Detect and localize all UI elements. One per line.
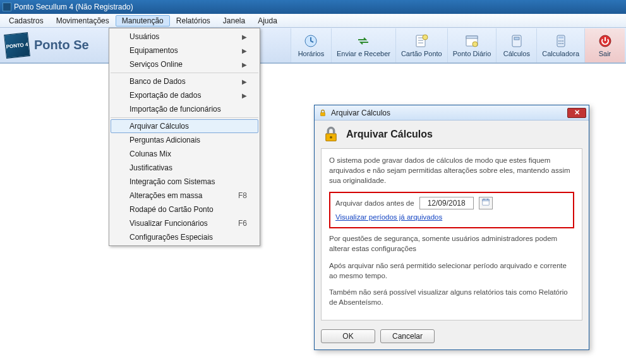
cancel-button[interactable]: Cancelar: [380, 329, 435, 343]
svg-point-2: [423, 35, 428, 40]
chevron-right-icon: ▶: [242, 47, 247, 54]
calendar-icon: [481, 197, 490, 209]
toolbar-label: Calculadora: [542, 50, 579, 57]
menu-item-perguntas-adicionais[interactable]: Perguntas Adicionais: [111, 133, 258, 147]
dialog-title-text: Arquivar Cálculos: [331, 109, 390, 117]
dialog-heading: Arquivar Cálculos: [346, 129, 433, 140]
menu-bar: Cadastros Movimentações Manutenção Relat…: [0, 14, 626, 28]
menu-ajuda[interactable]: Ajuda: [251, 15, 284, 26]
toolbar-enviar-receber[interactable]: Enviar e Receber: [331, 28, 395, 62]
toolbar-calculadora[interactable]: Calculadora: [536, 28, 584, 62]
svg-rect-21: [482, 199, 489, 201]
svg-rect-4: [466, 36, 478, 38]
toolbar-label: Horários: [298, 50, 325, 57]
menu-manutencao-dropdown: Usuários ▶ Equipamentos ▶ Serviços Onlin…: [109, 28, 260, 246]
menu-item-configuracoes-especiais[interactable]: Configurações Especiais: [111, 230, 258, 244]
menu-item-equipamentos[interactable]: Equipamentos ▶: [111, 44, 258, 57]
chevron-right-icon: ▶: [242, 78, 247, 85]
menu-item-label: Equipamentos: [129, 46, 178, 55]
toolbar-horarios[interactable]: Horários: [291, 28, 331, 62]
dialog-note-2: Após arquivar não será permitido selecio…: [329, 261, 574, 281]
menu-item-exportacao-dados[interactable]: Exportação de dados ▶: [111, 88, 258, 102]
ok-button[interactable]: OK: [321, 329, 375, 343]
menu-item-colunas-mix[interactable]: Colunas Mix: [111, 147, 258, 161]
svg-point-19: [330, 136, 332, 139]
brand-logo-icon: PONTO 4: [4, 32, 30, 59]
menu-item-label: Justificativas: [129, 163, 172, 172]
window-titlebar: Ponto Secullum 4 (Não Registrado): [0, 0, 626, 14]
menu-item-label: Visualizar Funcionários: [129, 219, 208, 228]
toolbar-label: Cálculos: [503, 50, 530, 57]
dialog-close-button[interactable]: ✕: [567, 108, 586, 118]
menu-item-alteracoes-massa[interactable]: Alterações em massa F8: [111, 189, 258, 203]
menu-item-banco-dados[interactable]: Banco de Dados ▶: [111, 74, 258, 88]
chevron-right-icon: ▶: [242, 33, 247, 40]
menu-item-usuarios[interactable]: Usuários ▶: [111, 30, 258, 44]
toolbar-cartao-ponto[interactable]: Cartão Ponto: [395, 28, 447, 62]
toolbar-label: Cartão Ponto: [401, 50, 442, 57]
svg-point-11: [560, 40, 562, 42]
svg-point-15: [562, 43, 563, 44]
date-row: Arquivar dados antes de: [335, 197, 568, 209]
toolbar-label: Ponto Diário: [453, 50, 491, 57]
date-picker-button[interactable]: [479, 197, 493, 209]
menu-item-importacao-funcionarios[interactable]: Importação de funcionários: [111, 102, 258, 116]
svg-rect-9: [558, 37, 563, 38]
svg-rect-17: [321, 112, 325, 115]
menu-item-arquivar-calculos[interactable]: Arquivar Cálculos: [111, 119, 258, 133]
menu-item-label: Integração com Sistemas: [129, 177, 215, 186]
highlight-box: Arquivar dados antes de Visualizar perío…: [329, 192, 574, 228]
svg-point-14: [560, 43, 562, 44]
menu-relatorios[interactable]: Relatórios: [170, 15, 217, 26]
menu-item-integracao-sistemas[interactable]: Integração com Sistemas: [111, 175, 258, 189]
menu-janela[interactable]: Janela: [217, 15, 251, 26]
toolbar-ponto-diario[interactable]: Ponto Diário: [447, 28, 497, 62]
menu-cadastros[interactable]: Cadastros: [3, 15, 50, 26]
toolbar-sair[interactable]: Sair: [584, 28, 625, 62]
calc-icon: [509, 33, 524, 49]
menu-item-label: Perguntas Adicionais: [129, 136, 200, 144]
menu-item-label: Alterações em massa: [129, 191, 202, 200]
menu-movimentacoes[interactable]: Movimentações: [50, 15, 116, 26]
menu-item-label: Serviços Online: [129, 60, 183, 69]
toolbar: PONTO 4 Ponto Se Horários Enviar e Receb…: [0, 28, 626, 63]
menu-item-label: Colunas Mix: [129, 150, 171, 158]
menu-item-label: Exportação de dados: [129, 91, 201, 100]
brand-text: Ponto Se: [34, 38, 89, 52]
brand-logo-text: PONTO 4: [6, 41, 28, 49]
dialog-header: Arquivar Cálculos: [315, 120, 589, 148]
dialog-titlebar[interactable]: Arquivar Cálculos ✕: [315, 105, 589, 120]
toolbar-label: Enviar e Receber: [337, 50, 390, 57]
svg-point-13: [558, 43, 560, 44]
close-icon: ✕: [574, 109, 580, 117]
toolbar-calculos[interactable]: Cálculos: [496, 28, 536, 62]
sync-icon: [356, 33, 371, 49]
dialog-button-row: OK Cancelar: [315, 326, 589, 349]
menu-item-label: Usuários: [129, 32, 159, 41]
menu-item-rodape-cartao-ponto[interactable]: Rodapé do Cartão Ponto: [111, 203, 258, 216]
power-icon: [598, 33, 613, 49]
menu-item-visualizar-funcionarios[interactable]: Visualizar Funcionários F6: [111, 216, 258, 230]
view-archived-link[interactable]: Visualizar períodos já arquivados: [335, 213, 442, 221]
dialog-note-1: Por questões de segurança, somente usuár…: [329, 233, 574, 254]
window-title: Ponto Secullum 4 (Não Registrado): [14, 3, 133, 11]
svg-rect-7: [514, 37, 519, 40]
menu-item-servicos-online[interactable]: Serviços Online ▶: [111, 57, 258, 71]
card-icon: [414, 33, 429, 49]
dialog-body: O sistema pode gravar dados de cálculos …: [321, 148, 582, 320]
menu-item-shortcut: F6: [238, 219, 247, 228]
svg-point-5: [473, 42, 478, 47]
menu-manutencao[interactable]: Manutenção: [116, 15, 170, 26]
lock-icon: [318, 109, 327, 117]
app-icon: [3, 3, 11, 11]
svg-point-10: [558, 40, 560, 42]
menu-item-justificativas[interactable]: Justificativas: [111, 161, 258, 175]
chevron-right-icon: ▶: [242, 61, 247, 68]
dialog-note-3: Também não será possível visualizar algu…: [329, 287, 574, 307]
calendar-day-icon: [464, 33, 479, 49]
dialog-arquivar-calculos: Arquivar Cálculos ✕ Arquivar Cálculos O …: [314, 105, 589, 350]
archive-date-input[interactable]: [419, 197, 474, 209]
chevron-right-icon: ▶: [242, 92, 247, 99]
toolbar-label: Sair: [599, 50, 611, 57]
menu-item-label: Banco de Dados: [129, 77, 186, 86]
